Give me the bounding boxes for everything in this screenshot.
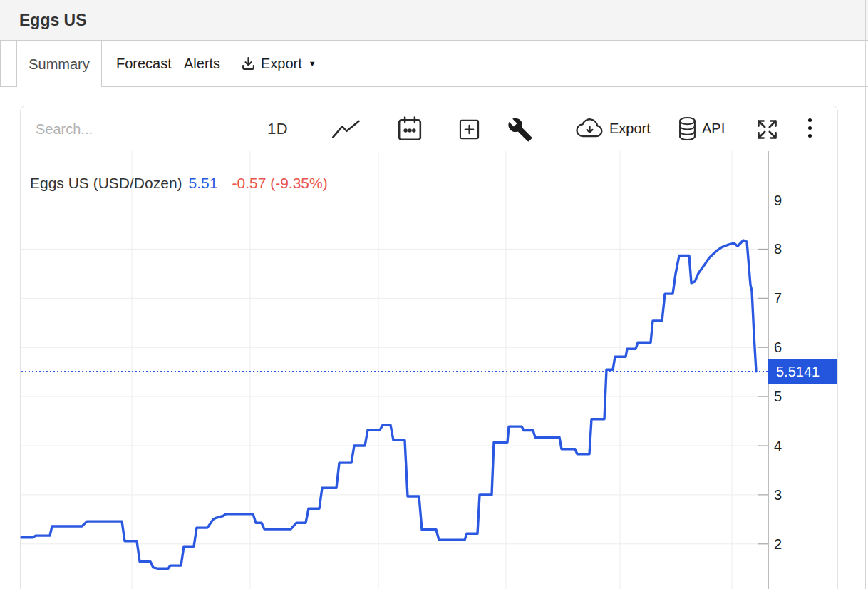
price-chart[interactable] xyxy=(0,0,868,589)
legend-price: 5.51 xyxy=(189,175,218,192)
api-button[interactable]: API xyxy=(678,116,725,142)
api-label: API xyxy=(702,121,725,137)
legend-series-label: Eggs US (USD/Dozen) xyxy=(30,175,182,192)
fullscreen-button[interactable] xyxy=(755,118,780,141)
compare-add-button[interactable] xyxy=(459,119,480,140)
y-axis-label: 2 xyxy=(774,535,802,553)
chart-legend: Eggs US (USD/Dozen) 5.51 -0.57 (-9.35%) xyxy=(30,175,328,192)
y-axis-label: 7 xyxy=(774,289,802,307)
fullscreen-icon xyxy=(755,118,780,141)
tools-button[interactable] xyxy=(507,117,533,143)
more-options-button[interactable] xyxy=(804,118,815,138)
y-axis-label: 5 xyxy=(774,387,802,406)
y-axis-label: 9 xyxy=(774,191,802,210)
search-input[interactable] xyxy=(36,116,200,143)
kebab-menu-icon xyxy=(808,118,812,122)
date-range-button[interactable] xyxy=(398,116,422,142)
cloud-download-icon xyxy=(574,118,604,139)
calendar-icon xyxy=(398,116,422,142)
interval-button[interactable]: 1D xyxy=(267,114,288,144)
export-label: Export xyxy=(609,121,651,137)
current-price-tag: 5.5141 xyxy=(768,359,837,384)
tools-icon xyxy=(507,117,533,143)
y-axis-label: 4 xyxy=(774,436,802,455)
y-axis-label: 6 xyxy=(774,338,802,357)
y-axis-label: 3 xyxy=(774,486,802,504)
line-chart-icon xyxy=(332,120,361,139)
y-axis-label: 8 xyxy=(774,240,802,258)
legend-change: -0.57 (-9.35%) xyxy=(232,175,327,192)
export-button[interactable]: Export xyxy=(574,118,651,139)
add-compare-icon xyxy=(459,119,480,140)
page-right-border xyxy=(865,0,866,589)
chart-type-button[interactable] xyxy=(332,120,361,139)
database-icon xyxy=(678,116,697,142)
